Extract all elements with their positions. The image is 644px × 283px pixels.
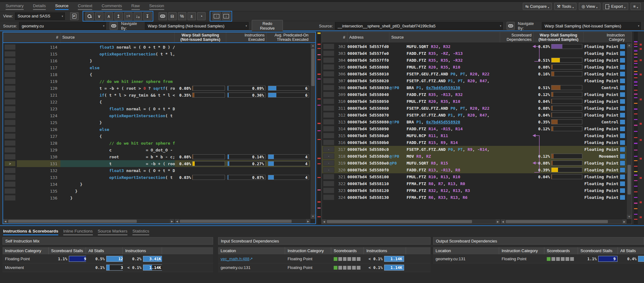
line-marker-gutter[interactable]	[3, 153, 17, 160]
line-marker-gutter[interactable]	[322, 118, 336, 125]
scroll-up-icon[interactable]: ▲	[311, 44, 315, 48]
find-previous-button[interactable]: ∧	[105, 12, 113, 20]
tab-comments[interactable]: Comments	[99, 3, 124, 10]
source-line-row[interactable]: 129 c = O_dot_O - sqr_radiu	[3, 146, 310, 153]
percent-mode-button[interactable]: %	[178, 12, 186, 20]
scroll-left-icon[interactable]: ◀	[175, 219, 179, 223]
sass-instruction-row[interactable]: 31000007bd4 5d558050FMUL.FTZ R20, R35, R…	[322, 98, 627, 105]
source-line-row[interactable]: 136 }	[3, 194, 310, 201]
sass-instruction-row[interactable]: 30300007bd4 5d557fe0FADD.FTZ R35, -RZ, -…	[322, 50, 627, 57]
sass-instruction-row[interactable]: 31400007bd4 5d558090FADD.FTZ R14, -R15, …	[322, 125, 627, 132]
column-header-instruction-category[interactable]: Instruction Category	[285, 247, 331, 254]
line-marker-gutter[interactable]	[322, 50, 336, 57]
tools-button[interactable]: ⚒Tools▾	[554, 3, 576, 10]
sass-instruction-cell[interactable]: BRA P1, 0x7bd45d558920	[407, 118, 500, 125]
source-line-row[interactable]: 134 }	[3, 181, 310, 188]
sass-token[interactable]: 0x7bd45d559130	[426, 85, 460, 90]
source-code-cell[interactable]: {	[60, 133, 175, 140]
tab-session[interactable]: Session	[147, 3, 167, 10]
goto-top-button[interactable]: ↥	[114, 12, 123, 20]
line-marker-gutter[interactable]	[3, 119, 17, 126]
table-row[interactable]: vec_math.h:488 ↗Floating Point< 0.1%1.14…	[218, 255, 431, 263]
source-line-row[interactable]: 115 optixReportIntersection( t * l, Geom…	[3, 50, 310, 57]
scroll-right-icon[interactable]: ▶	[496, 219, 500, 224]
source-line-row[interactable]: 127 {	[3, 133, 310, 140]
source-line-row[interactable]: 121 if( t * l > ray_tmin && t * l < ray_…	[3, 92, 310, 98]
scrollbar-thumb[interactable]	[506, 220, 608, 223]
source-code-cell[interactable]: {	[60, 98, 175, 105]
tab-raw[interactable]: Raw	[129, 3, 142, 10]
source-code-cell[interactable]: t = -b + ( root > 0 ? sqrtf( root ) : (	[60, 85, 175, 92]
line-marker-gutter[interactable]	[3, 112, 17, 119]
sass-instruction-cell[interactable]: FADD.FTZ R13, -R13, R8	[407, 166, 500, 173]
pie-chart-button[interactable]: ◔	[197, 12, 206, 20]
sass-vertical-scrollbar[interactable]: ▲ ▼	[627, 43, 632, 219]
line-marker-gutter[interactable]: ·	[322, 166, 336, 173]
view-button[interactable]: ◎View▾	[579, 3, 600, 10]
source-line-row[interactable]: 119 // do we hit inner sphere from withi…	[3, 78, 310, 85]
sass-instruction-row[interactable]: 30500007bd4 5d558000FMUL.FTZ R20, R35, R…	[322, 64, 627, 70]
column-header-location[interactable]: Location	[433, 247, 499, 254]
column-header-scoreboard-dependencies[interactable]: Scoreboard Dependencies	[500, 32, 534, 42]
table-row[interactable]: geometry.cu:131Floating Point1.1%90.4%1	[433, 255, 644, 263]
source-code-cell[interactable]: }	[60, 119, 175, 126]
sass-instruction-row[interactable]: 32300007bd4 5d558120FFMA.FTZ R32, R12, R…	[322, 187, 627, 194]
source-line-row[interactable]: 122 {	[3, 98, 310, 105]
sass-instruction-cell[interactable]: FSETP.GT.FTZ.AND P1, PT, R20, R47,	[407, 77, 500, 84]
source-line-row[interactable]: 132 float3 normal = ( O + t * D ) / rad	[3, 167, 310, 174]
line-marker-gutter[interactable]: >	[3, 160, 17, 167]
line-marker-gutter[interactable]	[3, 98, 17, 105]
table-row[interactable]: Movement0.1%3< 0.1%1.14K	[2, 263, 213, 272]
sass-instruction-cell[interactable]: MOV R8, RZ	[407, 153, 500, 160]
line-marker-gutter[interactable]	[322, 70, 336, 77]
column-header-location[interactable]: Location	[218, 247, 285, 254]
sass-instruction-row[interactable]: 31500007bd4 5d5580a0MUFU.RCP R11, R11Flo…	[322, 132, 627, 139]
line-marker-gutter[interactable]	[3, 194, 17, 201]
scrollbar-thumb[interactable]	[311, 49, 315, 86]
column-header-warp-stall[interactable]: Warp Stall Sampling (Not-issued Samples)	[534, 32, 584, 42]
source-code-cell[interactable]: // do we hit inner sphere from within b	[60, 78, 175, 85]
column-header-all-stalls[interactable]: All Stalls	[618, 247, 644, 254]
line-marker-gutter[interactable]	[322, 57, 336, 64]
scrollbar-thumb[interactable]	[8, 220, 137, 223]
sass-instruction-cell[interactable]: FADD.FTZ R35, R35, -R32	[407, 57, 500, 64]
source-code-cell[interactable]: c = O_dot_O - sqr_radiu	[60, 146, 175, 153]
sass-instruction-row[interactable]: 30200007bd4 5d557fd0MUFU.SQRT R32, R320.…	[322, 43, 627, 50]
line-marker-gutter[interactable]	[322, 91, 336, 98]
sass-instruction-cell[interactable]: FFMA.FTZ R6, R33, R13, R6	[407, 194, 500, 201]
source-code-cell[interactable]: }	[60, 188, 175, 194]
sass-instruction-cell[interactable]: FADD.FTZ R35, -RZ, -R13	[407, 50, 500, 57]
details-tab-statistics[interactable]: Statistics	[132, 229, 149, 235]
details-tab-inline-functions[interactable]: Inline Functions	[63, 229, 93, 235]
line-marker-gutter[interactable]	[3, 167, 17, 174]
table-row[interactable]: Floating Point1.1%90.5%120.2%3.41K	[2, 255, 213, 263]
scroll-right-icon[interactable]: ▶	[170, 219, 174, 223]
sass-instruction-row[interactable]: 30600007bd4 5d558010FSETP.GEU.FTZ.AND P0…	[322, 70, 627, 77]
link-views-button[interactable]	[159, 12, 167, 20]
column-header-instruction-number[interactable]: #	[322, 32, 347, 42]
column-header-instruction-category[interactable]: Instruction Category	[499, 247, 544, 254]
line-marker-gutter[interactable]	[322, 105, 336, 112]
source-code-cell[interactable]: float3 normal = ( O + t * D ) / rad	[60, 167, 175, 174]
source-code-cell[interactable]: }	[60, 181, 175, 188]
column-header-instruction-category[interactable]: Instruction Category	[2, 247, 49, 254]
sass-instruction-row[interactable]: 32200007bd4 5d558110FFMA.FTZ R0, R7, R13…	[322, 180, 627, 187]
scrollbar-thumb[interactable]	[327, 220, 472, 223]
search-button[interactable]	[85, 12, 94, 20]
line-marker-gutter[interactable]	[3, 174, 17, 181]
line-marker-gutter[interactable]	[322, 77, 336, 84]
tab-context[interactable]: Context	[75, 3, 95, 10]
column-header-all-stalls[interactable]: All Stalls	[86, 247, 123, 254]
sass-instruction-row[interactable]: 30900007bd4 5d558040FADD.FTZ R35, -R13, …	[322, 91, 627, 98]
source-heatmap-strip[interactable]	[317, 32, 321, 224]
line-marker-gutter[interactable]: ·	[322, 146, 336, 153]
sass-instruction-cell[interactable]: FFMA.FTZ R32, R12, R13, R3	[407, 187, 500, 194]
navigate-by-select-left[interactable]: Warp Stall Sampling (Not-issued Samples)…	[145, 22, 248, 30]
line-marker-gutter[interactable]	[322, 187, 336, 194]
line-marker-gutter[interactable]	[3, 78, 17, 85]
line-marker-gutter[interactable]	[3, 146, 17, 153]
sass-instruction-row[interactable]: ·31800007bd4 5d5580d0@!P0MOV R8, RZ0.12%…	[322, 153, 627, 160]
table-row[interactable]: geometry.cu:131Floating Point< 0.1%1.14K	[218, 263, 431, 272]
line-marker-gutter[interactable]	[3, 105, 17, 112]
line-marker-gutter[interactable]	[322, 98, 336, 105]
